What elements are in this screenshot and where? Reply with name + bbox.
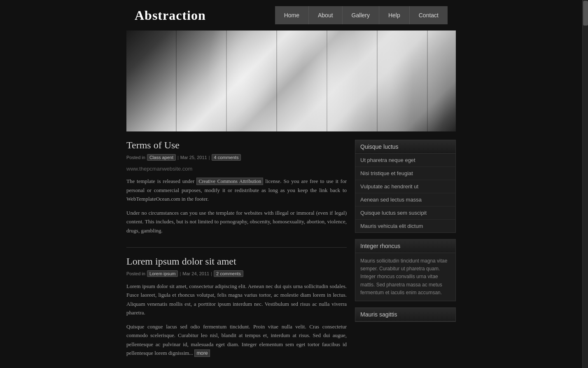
widget-1-list: Ut pharetra neque eget Nisi tristique et… <box>355 154 455 232</box>
article-terms: Terms of Use Posted in Class apent | Mar… <box>126 140 347 235</box>
list-item: Nisi tristique et feugiat <box>355 167 455 180</box>
article-lorem: Lorem ipsum dolor sit amet Posted in Lor… <box>126 256 347 358</box>
article-meta-2: Posted in Lorem ipsum | Mar 24, 2011 | 2… <box>126 270 347 277</box>
more-link[interactable]: more <box>194 349 210 357</box>
list-item: Mauris vehicula elit dictum <box>355 220 455 232</box>
widget-3-title: Mauris sagittis <box>355 308 455 321</box>
category-tag[interactable]: Class apent <box>147 154 176 161</box>
scrollbar-thumb[interactable] <box>583 1 588 26</box>
list-item-link[interactable]: Ut pharetra neque eget <box>355 154 455 166</box>
list-item: Vulputate ac hendrerit ut <box>355 180 455 193</box>
article-body-2: Under no circumstances can you use the t… <box>126 209 347 235</box>
article-divider <box>126 247 347 248</box>
cc-link[interactable]: Creative Commons Attribution <box>196 178 263 185</box>
list-item-link[interactable]: Vulputate ac hendrerit ut <box>355 180 455 193</box>
site-title: Abstraction <box>135 8 206 23</box>
article-body-4: Quisque congue lacus sed odio fermentum … <box>126 322 347 358</box>
list-item-link[interactable]: Aenean sed lectus massa <box>355 193 455 206</box>
list-item: Quisque luctus sem suscipit <box>355 206 455 220</box>
nav-gallery[interactable]: Gallery <box>343 6 379 24</box>
main-content: Terms of Use Posted in Class apent | Mar… <box>126 140 347 368</box>
article-body-3: Lorem ipsum dolor sit amet, consectetur … <box>126 282 347 317</box>
category-tag-2[interactable]: Lorem ipsum <box>147 270 178 277</box>
article-body-1: The template is released under Creative … <box>126 177 347 204</box>
sidebar-widget-2: Integer rhoncus Mauris sollicitudin tinc… <box>355 239 456 301</box>
hero-image <box>126 30 456 131</box>
list-item-link[interactable]: Quisque luctus sem suscipit <box>355 206 455 219</box>
nav-help[interactable]: Help <box>379 6 410 24</box>
sidebar-widget-1: Quisque luctus Ut pharetra neque eget Ni… <box>355 140 456 233</box>
nav-home[interactable]: Home <box>275 6 309 24</box>
comments-tag[interactable]: 4 comments <box>212 154 241 161</box>
article-title-2: Lorem ipsum dolor sit amet <box>126 256 347 267</box>
sidebar: Quisque luctus Ut pharetra neque eget Ni… <box>355 140 456 368</box>
sidebar-widget-3: Mauris sagittis <box>355 307 456 322</box>
article-title: Terms of Use <box>126 140 347 151</box>
nav-contact[interactable]: Contact <box>410 6 448 24</box>
widget-2-title: Integer rhoncus <box>355 239 455 253</box>
article-date-2: Mar 24, 2011 <box>182 271 209 276</box>
list-item: Ut pharetra neque eget <box>355 154 455 167</box>
nav-about[interactable]: About <box>309 6 343 24</box>
scrollbar[interactable] <box>582 0 588 368</box>
list-item: Aenean sed lectus massa <box>355 193 455 206</box>
comments-tag-2[interactable]: 2 comments <box>214 270 243 277</box>
list-item-link[interactable]: Mauris vehicula elit dictum <box>355 220 455 232</box>
list-item-link[interactable]: Nisi tristique et feugiat <box>355 167 455 180</box>
article-date: Mar 25, 2011 <box>180 155 207 160</box>
article-meta: Posted in Class apent | Mar 25, 2011 | 4… <box>126 154 347 161</box>
main-nav: Home About Gallery Help Contact <box>275 6 448 24</box>
widget-2-body: Mauris sollicitudin tincidunt magna vita… <box>355 253 455 301</box>
watermark: www.thepcmanwebsite.com <box>126 166 347 172</box>
widget-1-title: Quisque luctus <box>355 140 455 154</box>
